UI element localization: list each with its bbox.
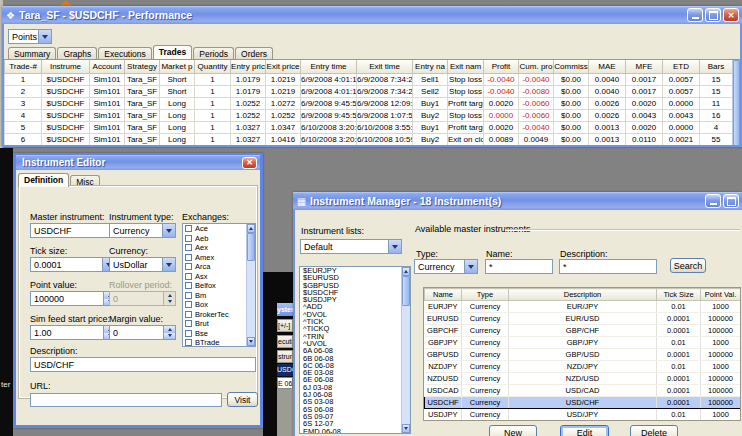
tab-executions[interactable]: Executions	[98, 47, 152, 59]
checkbox-icon[interactable]	[185, 330, 192, 337]
exchange-item[interactable]: Amex	[183, 253, 255, 263]
chevron-down-icon[interactable]	[38, 30, 51, 43]
column-header[interactable]: Bars	[700, 60, 733, 73]
scroll-down-icon[interactable]	[247, 337, 255, 346]
column-header[interactable]: Exit price	[266, 60, 301, 73]
checkbox-icon[interactable]	[185, 254, 192, 261]
trade-row[interactable]: 4$USDCHFSim101Tara_SFLong11.02521.02526/…	[5, 109, 733, 121]
fragment-expand-button[interactable]: [+/-]	[277, 319, 293, 332]
column-header[interactable]: Exit nam	[448, 60, 484, 73]
points-combobox[interactable]: Points	[8, 29, 52, 44]
scroll-up-icon[interactable]	[247, 224, 255, 233]
checkbox-icon[interactable]	[185, 273, 192, 280]
minimize-button[interactable]	[705, 194, 721, 208]
currency-combobox[interactable]: UsDollar	[109, 257, 176, 272]
instrument-row[interactable]: USDJPYCurrencyUSD/JPY0.011000	[425, 409, 741, 421]
checkbox-icon[interactable]	[185, 320, 192, 327]
new-button[interactable]: New	[489, 425, 537, 436]
column-header[interactable]: Instrume	[42, 60, 90, 73]
scrollbar-thumb[interactable]	[402, 276, 410, 306]
checkbox-icon[interactable]	[185, 244, 192, 251]
checkbox-icon[interactable]	[185, 225, 192, 232]
column-header[interactable]: Entry pric	[231, 60, 266, 73]
description-input[interactable]: *	[559, 259, 657, 274]
column-header[interactable]: MAE	[589, 60, 626, 73]
column-header[interactable]: Trade-#	[5, 60, 42, 73]
instrument-row[interactable]: NZDJPYCurrencyNZD/JPY0.011000	[425, 361, 741, 373]
visit-button[interactable]: Visit	[227, 392, 258, 407]
exchange-item[interactable]: Bm	[183, 291, 255, 301]
chevron-down-icon[interactable]	[162, 258, 175, 271]
checkbox-icon[interactable]	[185, 311, 192, 318]
master-instrument-input[interactable]: USDCHF	[30, 223, 116, 238]
checkbox-icon[interactable]	[185, 282, 192, 289]
column-header[interactable]: Profit	[484, 60, 519, 73]
column-header[interactable]: Cum. pro	[519, 60, 554, 73]
exchange-item[interactable]: Belfox	[183, 281, 255, 291]
description-input[interactable]: USD/CHF	[30, 357, 256, 372]
spin-down-icon[interactable]	[164, 333, 175, 340]
column-header[interactable]: Quantity	[195, 60, 231, 73]
trade-row[interactable]: 5$USDCHFSim101Tara_SFLong11.03271.03476/…	[5, 121, 733, 133]
exchange-item[interactable]: Box	[183, 300, 255, 310]
exchange-item[interactable]: BTrade	[183, 338, 255, 347]
checkbox-icon[interactable]	[185, 292, 192, 299]
performance-titlebar[interactable]: ❖ Tara_SF - $USDCHF - Performance	[2, 6, 742, 24]
fragment-instrument-button[interactable]: strument	[277, 350, 293, 363]
minimize-button[interactable]	[687, 8, 703, 22]
column-header[interactable]: Type	[462, 289, 509, 301]
chevron-down-icon[interactable]	[388, 240, 401, 253]
column-header[interactable]: Commiss	[554, 60, 589, 73]
exchange-item[interactable]: Arca	[183, 262, 255, 272]
trade-row[interactable]: 3$USDCHFSim101Tara_SFLong11.02521.02726/…	[5, 97, 733, 109]
close-button[interactable]	[242, 157, 257, 169]
tab-periods[interactable]: Periods	[193, 47, 234, 59]
trade-row[interactable]: 6$USDCHFSim101Tara_SFLong11.03271.04166/…	[5, 133, 733, 145]
search-button[interactable]: Search	[670, 258, 706, 273]
margin-value-spinner[interactable]: 0	[109, 325, 176, 340]
instrument-row[interactable]: EURJPYCurrencyEUR/JPY0.011000	[425, 301, 741, 313]
checkbox-icon[interactable]	[185, 301, 192, 308]
column-header[interactable]: Exit time	[357, 60, 413, 73]
scroll-up-icon[interactable]	[402, 267, 410, 276]
column-header[interactable]: MFE	[626, 60, 663, 73]
tab-graphs[interactable]: Graphs	[57, 47, 97, 59]
chevron-down-icon[interactable]	[162, 224, 175, 237]
edit-button[interactable]: Edit	[560, 425, 609, 436]
instrument-row[interactable]: GBPJPYCurrencyGBP/JPY0.011000	[425, 337, 741, 349]
editor-titlebar[interactable]: Instrument Editor	[16, 155, 260, 170]
column-header[interactable]: Entry na	[413, 60, 448, 73]
instrument-row[interactable]: EURUSDCurrencyEUR/USD0.0001100000	[425, 313, 741, 325]
maximize-button[interactable]	[723, 194, 739, 208]
instrument-lists-combobox[interactable]: Default	[300, 239, 402, 254]
tab-summary[interactable]: Summary	[8, 47, 56, 59]
column-header[interactable]: Description	[509, 289, 657, 301]
column-header[interactable]: Name	[425, 289, 462, 301]
exchange-item[interactable]: Brut	[183, 319, 255, 329]
instrument-type-combobox[interactable]: Currency	[109, 223, 176, 238]
fragment-executions-button[interactable]: ecutions	[277, 335, 293, 348]
list-item[interactable]: EMD 06-08	[300, 428, 410, 434]
exchange-item[interactable]: Bse	[183, 329, 255, 339]
instrument-row[interactable]: GBPUSDCurrencyGBP/USD0.0001100000	[425, 349, 741, 361]
instrument-row[interactable]: USDCADCurrencyUSD/CAD0.0001100000	[425, 385, 741, 397]
tick-size-combobox[interactable]: 0.0001	[30, 257, 116, 272]
column-header[interactable]: Entry time	[301, 60, 357, 73]
scrollbar-thumb[interactable]	[733, 60, 740, 145]
exchange-item[interactable]: Aeb	[183, 234, 255, 244]
trade-row[interactable]: 1$USDCHFSim101Tara_SFShort11.01791.02196…	[5, 73, 733, 85]
checkbox-icon[interactable]	[185, 339, 192, 346]
type-combobox[interactable]: Currency	[414, 259, 478, 274]
fragment-selected-item[interactable]: USDCHF	[277, 364, 293, 376]
instrument-row[interactable]: USDCHFCurrencyUSD/CHF0.0001100000	[425, 397, 741, 409]
exchange-item[interactable]: Asx	[183, 272, 255, 282]
column-header[interactable]: Market p	[160, 60, 195, 73]
tab-trades[interactable]: Trades	[153, 45, 192, 59]
tab-orders[interactable]: Orders	[235, 47, 273, 59]
instrument-row[interactable]: NZDUSDCurrencyNZD/USD0.0001100000	[425, 373, 741, 385]
exchanges-scrollbar[interactable]	[246, 224, 255, 346]
trades-vertical-scrollbar[interactable]	[732, 60, 740, 145]
scroll-down-icon[interactable]	[402, 424, 410, 433]
exchange-item[interactable]: Aex	[183, 243, 255, 253]
checkbox-icon[interactable]	[185, 235, 192, 242]
